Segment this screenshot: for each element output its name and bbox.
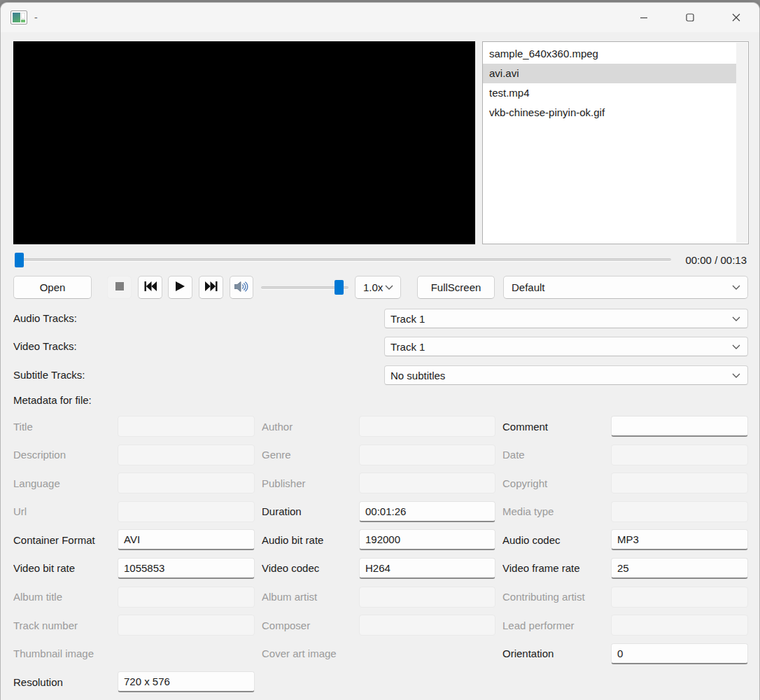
player-window: - sa [0,2,760,700]
meta-field [118,472,255,493]
audio-track-value: Track 1 [385,313,732,325]
meta-field [611,444,748,465]
subtitle-track-combobox[interactable]: No subtitles [384,365,748,385]
metadata-row: Track numberComposerLead performer [13,615,748,636]
playlist-item[interactable]: vkb-chinese-pinyin-ok.gif [483,103,736,122]
meta-field[interactable]: 192000 [359,529,495,550]
seek-slider[interactable] [15,258,671,261]
meta-label: Comment [502,416,611,437]
minimize-icon [640,13,648,22]
meta-field [118,501,255,522]
meta-field[interactable]: AVI [118,529,255,550]
video-tracks-label: Video Tracks: [13,340,77,352]
playback-rate-combobox[interactable]: 1.0x [355,276,401,299]
maximize-button[interactable] [667,3,713,32]
meta-field [118,444,255,465]
video-surface [13,41,475,244]
meta-label: Media type [502,501,611,522]
window-title: - [34,12,38,23]
meta-field [611,615,748,636]
meta-label: Author [262,416,359,437]
audio-output-combobox[interactable]: Default [503,276,748,299]
meta-label: Audio bit rate [262,529,359,550]
meta-label: Cover art image [262,643,359,664]
chevron-down-icon [732,344,740,349]
meta-label: Publisher [262,472,359,493]
meta-label [262,671,359,692]
meta-label [502,671,611,692]
meta-label: Duration [262,501,359,522]
meta-field[interactable]: H264 [359,558,495,579]
time-display: 00:00 / 00:13 [593,254,747,266]
meta-label: Composer [262,615,359,636]
playlist-item[interactable]: test.mp4 [483,83,736,103]
fullscreen-button[interactable]: FullScreen [417,276,495,299]
meta-label: Date [502,444,611,465]
audio-output-value: Default [504,281,732,293]
chevron-down-icon [385,285,393,290]
close-button[interactable] [713,3,759,32]
meta-label: Resolution [13,671,118,692]
meta-field [359,615,495,636]
video-track-combobox[interactable]: Track 1 [384,337,748,356]
metadata-row: DescriptionGenreDate [13,444,748,465]
metadata-row: UrlDuration00:01:26Media type [13,501,748,522]
meta-label: Video codec [262,558,359,579]
meta-label: Language [13,472,118,493]
metadata-row: Thumbnail imageCover art imageOrientatio… [13,643,748,664]
play-button[interactable] [168,276,192,299]
metadata-heading: Metadata for file: [13,394,92,406]
title-bar: - [1,3,759,32]
app-icon-strip [21,13,25,22]
meta-field [118,615,255,636]
metadata-row: Video bit rate1055853Video codecH264Vide… [13,558,748,579]
audio-tracks-label: Audio Tracks: [13,312,77,324]
meta-field [359,587,495,608]
meta-label: Title [13,416,118,437]
subtitle-track-value: No subtitles [385,370,732,382]
meta-label: Album title [13,587,118,608]
meta-field[interactable]: 0 [611,643,748,664]
meta-field[interactable]: MP3 [611,529,748,550]
app-icon-video-pane [13,13,20,22]
playlist-item[interactable]: sample_640x360.mpeg [483,44,736,64]
subtitle-tracks-label: Subtitle Tracks: [13,369,85,381]
playback-rate-value: 1.0x [356,281,385,293]
video-track-value: Track 1 [385,341,732,353]
stop-button[interactable] [107,276,132,299]
next-button[interactable] [199,276,223,299]
mute-button[interactable] [230,276,253,299]
open-button[interactable]: Open [13,276,92,299]
meta-label: Track number [13,615,118,636]
meta-field[interactable] [611,416,748,437]
seek-slider-handle[interactable] [15,253,24,267]
meta-label: Video frame rate [502,558,611,579]
meta-label: Contributing artist [502,587,611,608]
playlist-scrollbar[interactable] [736,43,747,243]
chevron-down-icon [732,285,740,290]
metadata-row: LanguagePublisherCopyright [13,472,748,493]
meta-label: Copyright [502,472,611,493]
meta-field[interactable]: 1055853 [118,558,255,579]
meta-field [611,587,748,608]
chevron-down-icon [732,373,740,378]
minimize-button[interactable] [621,3,667,32]
meta-field [611,501,748,522]
meta-label: Genre [262,444,359,465]
meta-field[interactable]: 720 x 576 [118,671,255,692]
meta-field [359,416,495,437]
meta-field[interactable]: 25 [611,558,748,579]
meta-field [359,444,495,465]
stop-icon [115,281,125,293]
play-icon [176,281,185,293]
volume-slider-handle[interactable] [335,280,344,295]
caption-buttons [621,3,759,32]
meta-field[interactable]: 00:01:26 [359,501,495,522]
previous-button[interactable] [138,276,162,299]
chevron-down-icon [732,316,740,321]
playlist[interactable]: sample_640x360.mpegavi.avitest.mp4vkb-ch… [482,41,749,244]
playlist-item[interactable]: avi.avi [483,64,736,83]
meta-field [611,472,748,493]
audio-track-combobox[interactable]: Track 1 [384,309,748,328]
meta-field [118,416,255,437]
